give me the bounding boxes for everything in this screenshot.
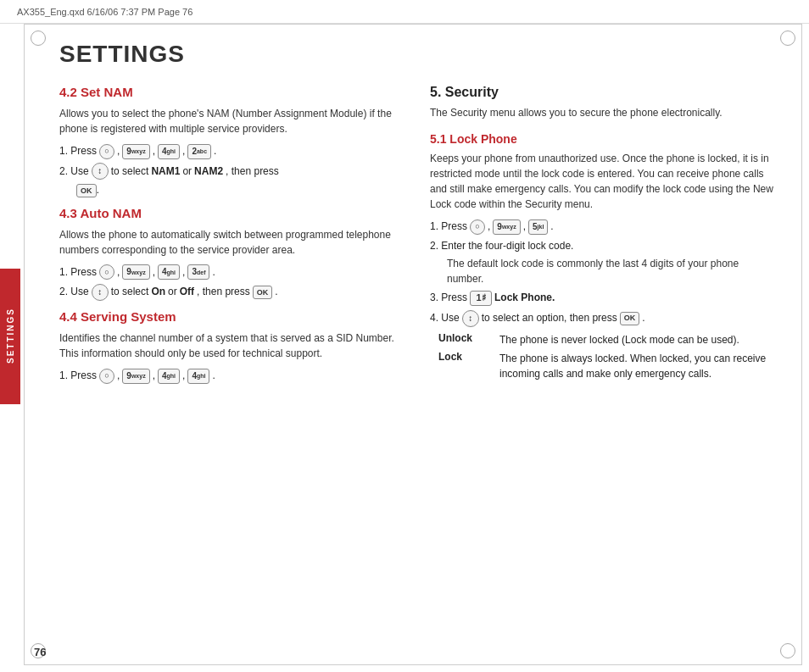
ok-key-51: OK bbox=[620, 312, 640, 325]
step4-mid: to select an option, then press bbox=[482, 310, 617, 326]
step3-text: 3. Press bbox=[430, 290, 467, 306]
section-4-4-heading: 4.4 Serving System bbox=[59, 309, 404, 324]
period-ok: . bbox=[642, 310, 644, 326]
step2-mid: to select bbox=[111, 164, 149, 180]
period-ok: . bbox=[275, 284, 277, 300]
comma2: , bbox=[153, 143, 155, 159]
main-columns: 4.2 Set NAM Allows you to select the pho… bbox=[59, 85, 775, 392]
key-2: 2abc bbox=[187, 144, 211, 159]
side-tab: SETTINGS bbox=[0, 269, 20, 404]
step2-or: or bbox=[168, 284, 177, 300]
section-4-2-ok: OK. bbox=[76, 183, 404, 197]
step2-bold1-43: On bbox=[151, 284, 165, 300]
section-4-3-step1: 1. Press ○, 9wxyz, 4ghi, 3def. bbox=[59, 264, 404, 280]
page-title: SETTINGS bbox=[59, 41, 775, 68]
section-5-1-step4: 4. Use ↕ to select an option, then press… bbox=[430, 310, 775, 327]
left-column: 4.2 Set NAM Allows you to select the pho… bbox=[59, 85, 404, 392]
section-4-2-step1: 1. Press ○, 9wxyz, 4ghi, 2abc. bbox=[59, 143, 404, 159]
key-9: 9wxyz bbox=[122, 144, 149, 159]
term-lock-label: Lock bbox=[438, 351, 489, 363]
key-menu-43: ○ bbox=[99, 264, 114, 280]
ok-key-43: OK bbox=[253, 286, 273, 299]
section-5-1: 5.1 Lock Phone Keeps your phone from una… bbox=[430, 132, 775, 381]
comma3: , bbox=[182, 143, 185, 159]
step2-text: 2. Use bbox=[59, 284, 89, 300]
key-menu-51: ○ bbox=[470, 219, 485, 235]
step2-mid: to select bbox=[111, 284, 149, 300]
comma4: , then press bbox=[226, 164, 279, 180]
section-5-1-step2-note: The default lock code is commonly the la… bbox=[447, 256, 775, 286]
section-5-1-step1: 1. Press ○, 9wxyz, 5jkl. bbox=[430, 219, 775, 235]
comma1: , bbox=[117, 368, 120, 384]
section-5: 5. Security The Security menu allows you… bbox=[430, 85, 775, 381]
nav-key: ↕ bbox=[92, 163, 109, 180]
step2-bold2-43: Off bbox=[180, 284, 194, 300]
key-4-43: 4ghi bbox=[158, 264, 180, 280]
terms-table: Unlock The phone is never locked (Lock m… bbox=[438, 332, 775, 381]
comma1: , bbox=[488, 219, 490, 235]
step2-bold2: NAM2 bbox=[194, 164, 223, 180]
nav-key-51: ↕ bbox=[462, 310, 479, 327]
comma3: , bbox=[182, 368, 185, 384]
step2-text: 2. Use bbox=[59, 164, 89, 180]
key-9-51: 9wxyz bbox=[493, 219, 520, 235]
step2-text: 2. Enter the four-digit lock code. bbox=[430, 238, 573, 254]
page-number: 76 bbox=[34, 646, 46, 658]
step-text: 1. Press bbox=[430, 219, 467, 235]
period1: . bbox=[214, 143, 216, 159]
period1: . bbox=[212, 264, 215, 280]
comma1: , bbox=[117, 264, 120, 280]
step4-text: 4. Use bbox=[430, 310, 460, 326]
step-text: 1. Press bbox=[59, 264, 97, 280]
comma4: , then press bbox=[197, 284, 250, 300]
section-4-3: 4.3 Auto NAM Allows the phone to automat… bbox=[59, 206, 404, 301]
right-column: 5. Security The Security menu allows you… bbox=[430, 85, 775, 392]
period-ok: . bbox=[97, 183, 100, 196]
comma2: , bbox=[153, 368, 155, 384]
period1: . bbox=[550, 219, 553, 235]
section-4-3-body: Allows the phone to automatically switch… bbox=[59, 227, 404, 258]
header-file-info: AX355_Eng.qxd 6/16/06 7:37 PM Page 76 bbox=[17, 7, 192, 17]
step2-or: or bbox=[182, 164, 192, 180]
section-4-2: 4.2 Set NAM Allows you to select the pho… bbox=[59, 85, 404, 197]
key-menu: ○ bbox=[99, 144, 114, 159]
key-9-44: 9wxyz bbox=[122, 369, 149, 384]
step2-bold1: NAM1 bbox=[151, 164, 180, 180]
term-lock-desc: The phone is always locked. When locked,… bbox=[499, 351, 775, 381]
step-text: 1. Press bbox=[59, 143, 97, 159]
section-5-1-heading: 5.1 Lock Phone bbox=[430, 132, 775, 146]
key-4a-44: 4ghi bbox=[158, 369, 180, 384]
ok-key-42: OK bbox=[76, 184, 97, 197]
key-menu-44: ○ bbox=[99, 369, 114, 384]
header-bar: AX355_Eng.qxd 6/16/06 7:37 PM Page 76 bbox=[0, 0, 809, 24]
comma3: , bbox=[182, 264, 185, 280]
nav-key-43: ↕ bbox=[92, 284, 109, 301]
step-text: 1. Press bbox=[59, 368, 97, 384]
comma2: , bbox=[523, 219, 526, 235]
section-5-1-step2: 2. Enter the four-digit lock code. bbox=[430, 238, 775, 254]
key-3-43: 3def bbox=[187, 264, 209, 280]
key-4b-44: 4ghi bbox=[187, 369, 209, 384]
section-4-3-heading: 4.3 Auto NAM bbox=[59, 206, 404, 220]
section-4-3-step2: 2. Use ↕ to select On or Off, then press… bbox=[59, 284, 404, 301]
section-4-4-body: Identifies the channel number of a syste… bbox=[59, 330, 404, 361]
section-4-4-step1: 1. Press ○, 9wxyz, 4ghi, 4ghi. bbox=[59, 368, 404, 384]
section-5-1-body: Keeps your phone from unauthorized use. … bbox=[430, 151, 775, 212]
section-4-4: 4.4 Serving System Identifies the channe… bbox=[59, 309, 404, 384]
key-9-43: 9wxyz bbox=[122, 264, 149, 280]
section-4-2-body: Allows you to select the phone's NAM (Nu… bbox=[59, 106, 404, 136]
step3-lockphone: Lock Phone. bbox=[494, 290, 555, 306]
key-5-51: 5jkl bbox=[528, 219, 548, 235]
section-5-heading: 5. Security bbox=[430, 85, 775, 100]
term-unlock-label: Unlock bbox=[438, 332, 489, 344]
comma1: , bbox=[117, 143, 120, 159]
section-4-2-heading: 4.2 Set NAM bbox=[59, 85, 404, 99]
section-5-body: The Security menu allows you to secure t… bbox=[430, 105, 775, 120]
period1: . bbox=[212, 368, 215, 384]
term-unlock-desc: The phone is never locked (Lock mode can… bbox=[499, 332, 775, 347]
key-4: 4ghi bbox=[158, 144, 180, 159]
comma2: , bbox=[153, 264, 155, 280]
section-5-1-step3: 3. Press 1♯ Lock Phone. bbox=[430, 290, 775, 306]
section-4-2-step2: 2. Use ↕ to select NAM1 or NAM2, then pr… bbox=[59, 163, 404, 180]
page-content: SETTINGS 4.2 Set NAM Allows you to selec… bbox=[25, 24, 801, 664]
